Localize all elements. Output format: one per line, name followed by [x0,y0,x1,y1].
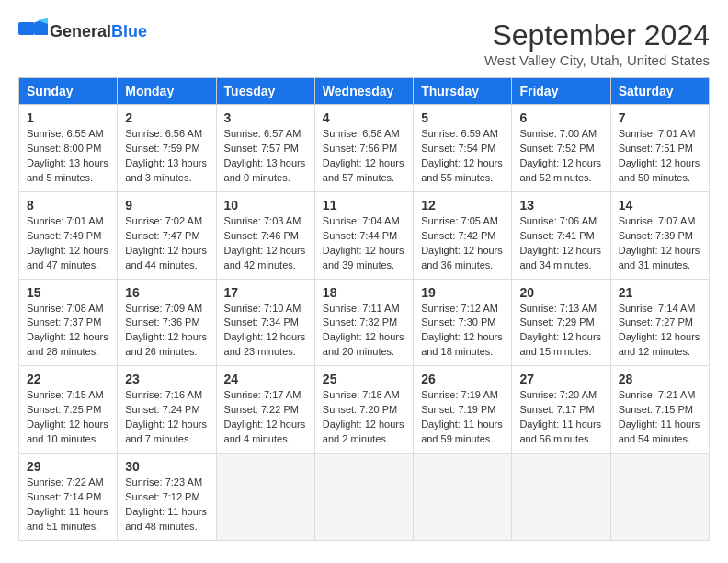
day-info: Sunrise: 7:00 AMSunset: 7:52 PMDaylight:… [519,127,602,186]
day-number: 11 [323,198,405,213]
header: GeneralBlue September 2024 West Valley C… [18,18,710,68]
day-info: Sunrise: 6:59 AMSunset: 7:54 PMDaylight:… [421,127,504,186]
calendar-week-5: 29Sunrise: 7:22 AMSunset: 7:14 PMDayligh… [19,454,710,541]
day-number: 13 [519,198,602,213]
day-header-monday: Monday [118,78,216,105]
day-number: 24 [224,372,307,386]
calendar-week-1: 1Sunrise: 6:55 AMSunset: 8:00 PMDaylight… [19,105,710,192]
day-info: Sunrise: 7:05 AMSunset: 7:42 PMDaylight:… [421,214,504,273]
day-info: Sunrise: 7:22 AMSunset: 7:14 PMDaylight:… [27,476,109,534]
day-number: 26 [421,372,504,386]
calendar-cell: 21Sunrise: 7:14 AMSunset: 7:27 PMDayligh… [610,279,709,366]
day-number: 18 [323,285,405,300]
calendar-cell: 27Sunrise: 7:20 AMSunset: 7:17 PMDayligh… [512,366,610,454]
day-number: 2 [125,110,208,125]
calendar-cell: 18Sunrise: 7:11 AMSunset: 7:32 PMDayligh… [314,279,413,366]
day-info: Sunrise: 7:03 AMSunset: 7:46 PMDaylight:… [224,214,307,273]
day-number: 3 [224,110,307,125]
calendar-header-row: SundayMondayTuesdayWednesdayThursdayFrid… [19,78,710,105]
calendar-body: 1Sunrise: 6:55 AMSunset: 8:00 PMDaylight… [19,105,710,541]
day-info: Sunrise: 7:14 AMSunset: 7:27 PMDaylight:… [619,302,701,361]
calendar-cell: 22Sunrise: 7:15 AMSunset: 7:25 PMDayligh… [19,366,118,454]
calendar-cell: 1Sunrise: 6:55 AMSunset: 8:00 PMDaylight… [19,105,118,192]
day-number: 12 [421,198,504,213]
calendar-cell [512,454,610,541]
day-info: Sunrise: 7:07 AMSunset: 7:39 PMDaylight:… [619,214,701,273]
logo-blue-text: Blue [111,22,147,40]
calendar-cell [414,454,512,541]
calendar-cell: 5Sunrise: 6:59 AMSunset: 7:54 PMDaylight… [414,105,512,192]
day-number: 22 [27,372,109,386]
calendar-cell: 12Sunrise: 7:05 AMSunset: 7:42 PMDayligh… [414,191,512,279]
calendar-cell: 16Sunrise: 7:09 AMSunset: 7:36 PMDayligh… [118,279,216,366]
day-header-saturday: Saturday [610,78,709,105]
calendar-cell: 25Sunrise: 7:18 AMSunset: 7:20 PMDayligh… [314,366,413,454]
calendar-cell [314,454,413,541]
day-number: 23 [125,372,208,386]
calendar-cell: 10Sunrise: 7:03 AMSunset: 7:46 PMDayligh… [216,191,314,279]
calendar-cell: 29Sunrise: 7:22 AMSunset: 7:14 PMDayligh… [19,454,118,541]
day-info: Sunrise: 7:21 AMSunset: 7:15 PMDaylight:… [619,388,701,447]
calendar-cell: 11Sunrise: 7:04 AMSunset: 7:44 PMDayligh… [314,191,413,279]
day-number: 14 [619,198,701,213]
day-number: 20 [519,285,602,300]
day-number: 15 [27,285,109,300]
calendar-week-2: 8Sunrise: 7:01 AMSunset: 7:49 PMDaylight… [19,191,710,279]
day-header-sunday: Sunday [19,78,118,105]
day-number: 16 [125,285,208,300]
day-info: Sunrise: 7:01 AMSunset: 7:51 PMDaylight:… [619,127,701,186]
day-info: Sunrise: 7:13 AMSunset: 7:29 PMDaylight:… [519,302,602,361]
calendar-cell: 26Sunrise: 7:19 AMSunset: 7:19 PMDayligh… [414,366,512,454]
day-number: 7 [619,110,701,125]
calendar-cell [610,454,709,541]
day-number: 19 [421,285,504,300]
day-number: 5 [421,110,504,125]
day-number: 25 [323,372,405,386]
calendar-cell: 30Sunrise: 7:23 AMSunset: 7:12 PMDayligh… [118,454,216,541]
logo: GeneralBlue [18,18,147,44]
day-info: Sunrise: 7:17 AMSunset: 7:22 PMDaylight:… [224,388,307,447]
calendar-cell: 17Sunrise: 7:10 AMSunset: 7:34 PMDayligh… [216,279,314,366]
day-info: Sunrise: 7:16 AMSunset: 7:24 PMDaylight:… [125,388,208,447]
day-number: 28 [619,372,701,386]
day-info: Sunrise: 7:01 AMSunset: 7:49 PMDaylight:… [27,214,109,273]
calendar-cell: 2Sunrise: 6:56 AMSunset: 7:59 PMDaylight… [118,105,216,192]
calendar-cell: 24Sunrise: 7:17 AMSunset: 7:22 PMDayligh… [216,366,314,454]
day-number: 27 [519,372,602,386]
day-number: 17 [224,285,307,300]
calendar-week-4: 22Sunrise: 7:15 AMSunset: 7:25 PMDayligh… [19,366,710,454]
day-info: Sunrise: 7:15 AMSunset: 7:25 PMDaylight:… [27,388,109,447]
day-header-thursday: Thursday [414,78,512,105]
day-info: Sunrise: 6:57 AMSunset: 7:57 PMDaylight:… [224,127,307,186]
day-info: Sunrise: 7:11 AMSunset: 7:32 PMDaylight:… [323,302,405,361]
calendar-cell: 20Sunrise: 7:13 AMSunset: 7:29 PMDayligh… [512,279,610,366]
day-info: Sunrise: 6:58 AMSunset: 7:56 PMDaylight:… [323,127,405,186]
day-header-wednesday: Wednesday [314,78,413,105]
day-number: 10 [224,198,307,213]
calendar-cell: 9Sunrise: 7:02 AMSunset: 7:47 PMDaylight… [118,191,216,279]
day-info: Sunrise: 6:56 AMSunset: 7:59 PMDaylight:… [125,127,208,186]
calendar-cell: 4Sunrise: 6:58 AMSunset: 7:56 PMDaylight… [314,105,413,192]
calendar-cell: 6Sunrise: 7:00 AMSunset: 7:52 PMDaylight… [512,105,610,192]
calendar-cell: 23Sunrise: 7:16 AMSunset: 7:24 PMDayligh… [118,366,216,454]
calendar-cell: 28Sunrise: 7:21 AMSunset: 7:15 PMDayligh… [610,366,709,454]
day-number: 21 [619,285,701,300]
calendar-cell: 7Sunrise: 7:01 AMSunset: 7:51 PMDaylight… [610,105,709,192]
month-title: September 2024 [484,18,710,52]
day-info: Sunrise: 7:20 AMSunset: 7:17 PMDaylight:… [519,388,602,447]
calendar-cell: 3Sunrise: 6:57 AMSunset: 7:57 PMDaylight… [216,105,314,192]
day-number: 8 [27,198,109,213]
day-info: Sunrise: 7:18 AMSunset: 7:20 PMDaylight:… [323,388,405,447]
day-info: Sunrise: 7:09 AMSunset: 7:36 PMDaylight:… [125,302,208,361]
day-info: Sunrise: 7:10 AMSunset: 7:34 PMDaylight:… [224,302,307,361]
calendar-cell: 19Sunrise: 7:12 AMSunset: 7:30 PMDayligh… [414,279,512,366]
day-header-tuesday: Tuesday [216,78,314,105]
day-info: Sunrise: 6:55 AMSunset: 8:00 PMDaylight:… [27,127,109,186]
day-number: 4 [323,110,405,125]
day-header-friday: Friday [512,78,610,105]
title-area: September 2024 West Valley City, Utah, U… [484,18,710,68]
calendar-cell: 15Sunrise: 7:08 AMSunset: 7:37 PMDayligh… [19,279,118,366]
day-info: Sunrise: 7:06 AMSunset: 7:41 PMDaylight:… [519,214,602,273]
day-number: 30 [125,459,208,474]
svg-rect-0 [18,22,35,35]
